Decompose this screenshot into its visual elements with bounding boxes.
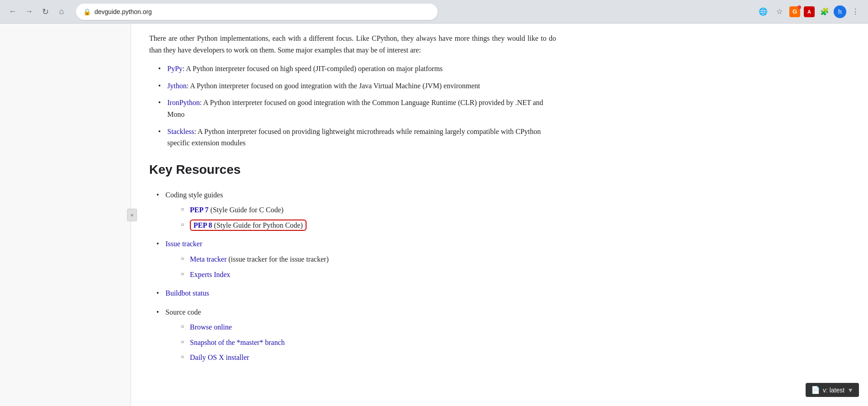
sidebar-collapse-button[interactable]: « <box>127 209 137 221</box>
pep7-link[interactable]: PEP 7 <box>190 206 208 214</box>
source-code-item: Source code Browse online Snapshot of th… <box>158 306 556 363</box>
pep8-description: (Style Guide for Python Code) <box>212 221 302 229</box>
puzzle-icon: 🧩 <box>820 7 829 16</box>
meta-tracker-item: Meta tracker (issue tracker for the issu… <box>182 253 556 265</box>
translate-icon: 🌐 <box>759 7 768 16</box>
ironpython-description: : A Python interpreter focused on good i… <box>167 99 543 118</box>
daily-osx-link[interactable]: Daily OS X installer <box>190 353 249 361</box>
menu-button[interactable]: ⋮ <box>848 5 863 19</box>
reload-button[interactable]: ↻ <box>38 5 52 19</box>
profile-button[interactable]: h <box>834 5 846 18</box>
pep8-item: PEP 8 (Style Guide for Python Code) <box>182 220 556 231</box>
coding-style-sublist: PEP 7 (Style Guide for C Code) PEP 8 (St… <box>182 204 556 231</box>
home-button[interactable]: ⌂ <box>54 5 69 19</box>
back-button[interactable]: ← <box>5 5 20 19</box>
coding-style-text: Coding style guides <box>165 191 223 199</box>
pypy-description: : A Python interpreter focused on high s… <box>183 65 443 72</box>
extension-addon[interactable]: A <box>804 6 815 17</box>
daily-osx-item: Daily OS X installer <box>182 352 556 363</box>
browser-chrome: ← → ↻ ⌂ 🔒 devguide.python.org 🌐 ☆ G A 🧩 … <box>0 0 868 24</box>
list-item: Stackless: A Python interpreter focused … <box>160 126 556 149</box>
list-item: IronPython: A Python interpreter focused… <box>160 97 556 120</box>
jython-link[interactable]: Jython <box>167 82 187 90</box>
stackless-description: : A Python interpreter focused on provid… <box>167 128 541 147</box>
issue-tracker-sublist: Meta tracker (issue tracker for the issu… <box>182 253 556 280</box>
source-code-text: Source code <box>165 308 201 316</box>
jython-description: : A Python interpreter focused on good i… <box>187 82 480 90</box>
version-label: v: latest <box>823 387 844 394</box>
stackless-link[interactable]: Stackless <box>167 128 194 135</box>
snapshot-item: Snapshot of the *master* branch <box>182 337 556 349</box>
version-dropdown-icon[interactable]: ▼ <box>847 387 854 394</box>
experts-index-item: Experts Index <box>182 269 556 281</box>
nav-buttons: ← → ↻ ⌂ <box>5 5 69 19</box>
coding-style-guides-item: Coding style guides PEP 7 (Style Guide f… <box>158 189 556 231</box>
pep7-item: PEP 7 (Style Guide for C Code) <box>182 204 556 216</box>
browse-online-link[interactable]: Browse online <box>190 323 232 331</box>
meta-tracker-link[interactable]: Meta tracker <box>190 255 226 263</box>
extension-grammarly[interactable]: G <box>789 6 800 17</box>
more-vert-icon: ⋮ <box>852 7 859 16</box>
list-item: Jython: A Python interpreter focused on … <box>160 80 556 92</box>
source-code-sublist: Browse online Snapshot of the *master* b… <box>182 321 556 363</box>
meta-tracker-description: (issue tracker for the issue tracker) <box>226 255 329 263</box>
pep8-highlight-box: PEP 8 (Style Guide for Python Code) <box>190 220 307 231</box>
version-badge[interactable]: 📄 v: latest ▼ <box>806 383 859 397</box>
implementations-list: PyPy: A Python interpreter focused on hi… <box>160 63 556 149</box>
key-resources-heading: Key Resources <box>149 160 556 180</box>
browser-actions: 🌐 ☆ G A 🧩 h ⋮ <box>756 5 863 19</box>
buildbot-link[interactable]: Buildbot status <box>165 289 209 297</box>
ironpython-link[interactable]: IronPython <box>167 99 200 106</box>
document-icon: 📄 <box>811 386 820 394</box>
sidebar: « <box>0 24 131 406</box>
star-icon: ☆ <box>776 7 783 16</box>
issue-tracker-link[interactable]: Issue tracker <box>165 240 202 248</box>
security-icon: 🔒 <box>83 8 91 15</box>
main-content: There are other Python implementations, … <box>131 24 868 406</box>
buildbot-item: Buildbot status <box>158 287 556 299</box>
extensions-button[interactable]: 🧩 <box>817 5 832 19</box>
snapshot-link[interactable]: Snapshot of the *master* branch <box>190 339 285 346</box>
content-wrapper: There are other Python implementations, … <box>131 24 574 389</box>
browser-content: « There are other Python implementations… <box>0 24 868 406</box>
bookmark-button[interactable]: ☆ <box>772 5 787 19</box>
forward-button[interactable]: → <box>22 5 36 19</box>
list-item: PyPy: A Python interpreter focused on hi… <box>160 63 556 75</box>
pep7-description: (Style Guide for C Code) <box>208 206 283 214</box>
experts-index-link[interactable]: Experts Index <box>190 271 230 278</box>
url-text: devguide.python.org <box>94 8 430 15</box>
pypy-link[interactable]: PyPy <box>167 65 183 72</box>
address-bar[interactable]: 🔒 devguide.python.org <box>76 4 438 20</box>
pep8-link[interactable]: PEP 8 <box>193 221 212 229</box>
resources-list: Coding style guides PEP 7 (Style Guide f… <box>158 189 556 364</box>
browse-online-item: Browse online <box>182 321 556 333</box>
intro-paragraph: There are other Python implementations, … <box>149 33 556 56</box>
translate-button[interactable]: 🌐 <box>756 5 770 19</box>
issue-tracker-item: Issue tracker Meta tracker (issue tracke… <box>158 238 556 280</box>
